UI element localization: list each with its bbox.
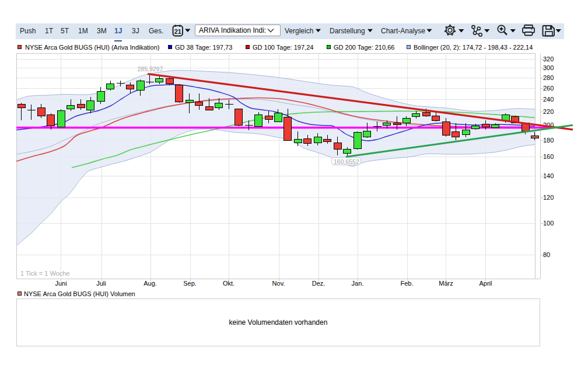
svg-text:Sep.: Sep. — [183, 280, 197, 287]
svg-text:120: 120 — [543, 194, 554, 201]
svg-text:180: 180 — [543, 137, 554, 144]
svg-text:April: April — [479, 280, 492, 287]
svg-text:100: 100 — [543, 220, 554, 227]
svg-text:Dez.: Dez. — [312, 280, 326, 287]
svg-text:21: 21 — [174, 28, 181, 35]
svg-text:Okt.: Okt. — [223, 280, 235, 287]
svg-text:1 Tick = 1 Woche: 1 Tick = 1 Woche — [20, 270, 69, 277]
svg-text:Feb.: Feb. — [400, 280, 413, 287]
svg-text:285,9297: 285,9297 — [138, 65, 163, 72]
svg-text:Nov.: Nov. — [272, 280, 285, 287]
svg-text:280: 280 — [543, 74, 554, 81]
svg-text:260: 260 — [543, 85, 554, 92]
svg-text:160: 160 — [543, 153, 554, 160]
svg-text:März: März — [439, 280, 453, 287]
svg-text:Jan.: Jan. — [352, 280, 364, 287]
svg-text:140: 140 — [543, 172, 554, 179]
svg-text:Juli: Juli — [96, 280, 106, 287]
svg-text:240: 240 — [543, 96, 554, 103]
svg-text:220: 220 — [543, 108, 554, 115]
svg-text:Juni: Juni — [55, 280, 66, 287]
svg-text:320: 320 — [543, 55, 554, 63]
svg-text:Aug.: Aug. — [144, 280, 157, 287]
svg-text:80: 80 — [543, 251, 550, 258]
svg-text:300: 300 — [543, 64, 554, 71]
svg-text:160,6552: 160,6552 — [334, 158, 359, 165]
